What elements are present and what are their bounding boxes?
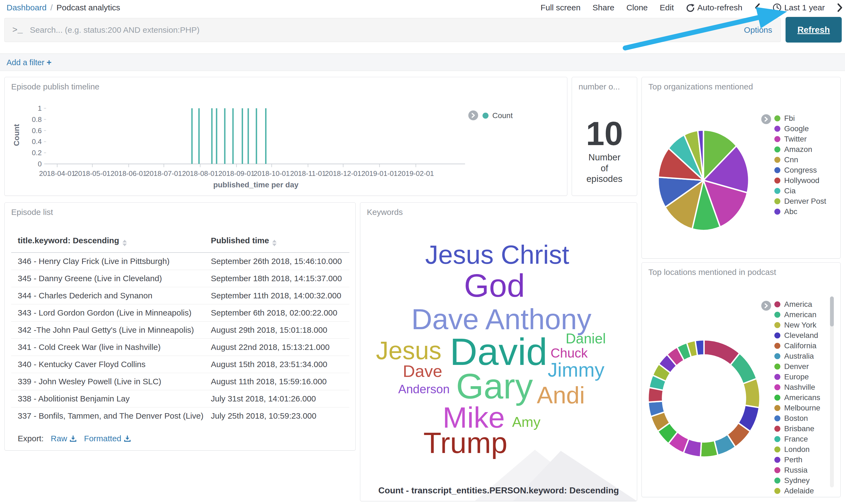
legend-item[interactable]: Count <box>483 110 513 121</box>
breadcrumb-dashboard-link[interactable]: Dashboard <box>6 3 47 12</box>
timeline-chart[interactable]: 00.20.40.60.812018-04-012018-05-012018-0… <box>5 77 567 196</box>
table-row[interactable]: 339 - John Wesley Powell (Live in SLC)Au… <box>11 373 349 390</box>
legend-item-australia[interactable]: Australia <box>774 351 820 361</box>
keyword-jesus-christ[interactable]: Jesus Christ <box>425 241 569 268</box>
svg-text:2018-04-01: 2018-04-01 <box>39 169 75 178</box>
timeline-bar-2018-07-31[interactable] <box>198 108 200 164</box>
legend-item-nashville[interactable]: Nashville <box>774 382 820 393</box>
table-row[interactable]: 342 -The John Paul Getty's (Live in Minn… <box>11 321 349 339</box>
sort-icon[interactable] <box>123 240 127 246</box>
legend-item-melbourne[interactable]: Melbourne <box>774 403 820 413</box>
keyword-dave-anthony[interactable]: Dave Anthony <box>411 305 591 334</box>
legend-item-albany[interactable]: Albany <box>774 496 820 497</box>
legend-item-denver-post[interactable]: Denver Post <box>774 196 826 206</box>
timeline-bar-2018-08-22[interactable] <box>224 108 226 164</box>
timeline-bar-2018-08-11[interactable] <box>211 108 213 164</box>
export-formatted-link[interactable]: Formatted <box>84 434 131 443</box>
timeline-bar-2018-08-15[interactable] <box>216 108 217 164</box>
legend-item-congress[interactable]: Congress <box>774 165 826 175</box>
legend-item-adelaide[interactable]: Adelaide <box>774 486 820 496</box>
keyword-daniel[interactable]: Daniel <box>566 331 606 345</box>
legend-item-twitter[interactable]: Twitter <box>774 134 826 144</box>
keyword-trump[interactable]: Trump <box>423 428 507 457</box>
legend-item-brisbane[interactable]: Brisbane <box>774 424 820 434</box>
time-picker-button[interactable]: Last 1 year <box>772 3 825 12</box>
slice-denver[interactable] <box>700 440 718 457</box>
clone-button[interactable]: Clone <box>626 3 648 12</box>
episode-table: title.keyword: Descending Published time… <box>11 229 349 425</box>
options-link[interactable]: Options <box>744 25 772 35</box>
legend-collapse-button[interactable] <box>761 114 771 124</box>
column-header-published-time[interactable]: Published time <box>204 229 349 253</box>
slice-new-york[interactable] <box>743 379 760 408</box>
table-row[interactable]: 345 - Danny Greene (Live in Cleveland)Se… <box>11 270 349 287</box>
keyword-amy[interactable]: Amy <box>512 415 540 429</box>
keyword-dave[interactable]: Dave <box>403 363 443 380</box>
export-raw-link[interactable]: Raw <box>51 434 77 443</box>
chevron-right-icon <box>764 303 768 308</box>
table-row[interactable]: 340 - Kentucky Caver Floyd CollinsAugust… <box>11 356 349 373</box>
legend-item-russia[interactable]: Russia <box>774 465 820 475</box>
timeline-bar-2018-08-29[interactable] <box>232 108 234 164</box>
legend-item-cnn[interactable]: Cnn <box>774 155 826 165</box>
legend-item-sydney[interactable]: Sydney <box>774 475 820 486</box>
auto-refresh-button[interactable]: Auto-refresh <box>686 3 742 12</box>
keyword-gary[interactable]: Gary <box>456 368 533 404</box>
time-back-button[interactable] <box>754 3 760 12</box>
column-header-title[interactable]: title.keyword: Descending <box>11 229 204 253</box>
timeline-bar-2018-09-26[interactable] <box>265 108 267 164</box>
table-row[interactable]: 337 - Bonfils, Tammen, and The Denver Po… <box>11 407 349 425</box>
legend-item-france[interactable]: France <box>774 434 820 444</box>
table-row[interactable]: 341 - Cold Creek War (live in Nashville)… <box>11 339 349 356</box>
legend-collapse-button[interactable] <box>468 110 478 120</box>
legend-item-california[interactable]: California <box>774 341 820 351</box>
table-row[interactable]: 344 - Charles Dederich and SynanonSeptem… <box>11 287 349 304</box>
legend-item-google[interactable]: Google <box>774 124 826 134</box>
keyword-chuck[interactable]: Chuck <box>551 347 588 360</box>
legend-item-cia[interactable]: Cia <box>774 186 826 196</box>
legend-item-americans[interactable]: Americans <box>774 393 820 403</box>
legend-item-american[interactable]: American <box>774 309 820 320</box>
timeline-bar-2018-07-25[interactable] <box>191 108 193 164</box>
keyword-anderson[interactable]: Anderson <box>398 383 450 395</box>
legend-item-boston[interactable]: Boston <box>774 413 820 424</box>
legend-item-america[interactable]: America <box>774 299 820 309</box>
legend-item-fbi[interactable]: Fbi <box>774 113 826 124</box>
legend-item-denver[interactable]: Denver <box>774 361 820 372</box>
edit-button[interactable]: Edit <box>660 3 674 12</box>
timeline-bar-2018-09-18[interactable] <box>256 108 257 164</box>
slice-albany[interactable] <box>695 340 704 356</box>
keyword-jesus[interactable]: Jesus <box>376 338 441 363</box>
legend-item-cleveland[interactable]: Cleveland <box>774 330 820 341</box>
export-label: Export: <box>18 434 43 443</box>
full-screen-button[interactable]: Full screen <box>541 3 581 12</box>
timeline-bar-2018-09-11[interactable] <box>248 108 249 164</box>
search-input[interactable]: >_ Search... (e.g. status:200 AND extens… <box>4 18 780 42</box>
legend-scrollbar-thumb[interactable] <box>830 296 834 326</box>
legend-collapse-button[interactable] <box>761 301 771 311</box>
legend-scrollbar-track[interactable] <box>830 296 834 487</box>
legend-item-europe[interactable]: Europe <box>774 372 820 382</box>
sort-icon[interactable] <box>272 240 276 246</box>
legend-item-new-york[interactable]: New York <box>774 320 820 330</box>
keyword-god[interactable]: God <box>464 269 525 302</box>
table-row[interactable]: 343 - Lord Gordon Gordon (Live in Minnea… <box>11 304 349 321</box>
keyword-jimmy[interactable]: Jimmy <box>548 360 605 380</box>
legend-item-perth[interactable]: Perth <box>774 455 820 465</box>
timeline-bar-2018-09-06[interactable] <box>242 108 243 164</box>
legend-item-abc[interactable]: Abc <box>774 206 826 217</box>
share-button[interactable]: Share <box>592 3 614 12</box>
add-filter-button[interactable]: Add a filter + <box>6 57 52 67</box>
locations-legend: AmericaAmericanNew YorkClevelandCaliforn… <box>774 299 820 497</box>
keyword-andi[interactable]: Andi <box>537 383 585 407</box>
svg-text:2019-02-01: 2019-02-01 <box>398 169 434 178</box>
keyword-david[interactable]: David <box>450 333 547 371</box>
legend-item-amazon[interactable]: Amazon <box>774 144 826 155</box>
table-row[interactable]: 346 - Henry Clay Frick (Live in Pittsbur… <box>11 253 349 270</box>
table-row[interactable]: 338 - Abolitionist Benjamin LayJuly 31st… <box>11 390 349 407</box>
time-forward-button[interactable] <box>837 3 843 12</box>
legend-item-hollywood[interactable]: Hollywood <box>774 175 826 186</box>
refresh-button[interactable]: Refresh <box>786 17 842 42</box>
legend-dot <box>774 374 780 380</box>
legend-item-london[interactable]: London <box>774 444 820 455</box>
